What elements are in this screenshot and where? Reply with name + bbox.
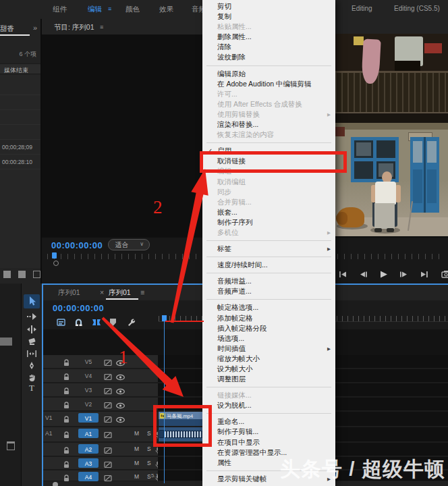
solo-button[interactable]: S [147,430,151,437]
scrollbar-thumb[interactable] [0,338,12,346]
project-list-item[interactable]: 00:00:28:10 [0,155,40,169]
sync-lock-icon[interactable] [104,429,113,437]
menu-item-设为帧大小[interactable]: 设为帧大小 [202,364,335,374]
workspace-tab-editing-cs55[interactable]: Editing (CS5.5) [394,5,440,12]
track-target-button[interactable]: V2 [78,399,99,408]
sync-lock-icon[interactable] [104,385,113,394]
program-timecode[interactable]: 00:00:00:00 [51,240,103,250]
menu-item-速度持续时间[interactable]: 速度/持续时间... [202,260,335,270]
solo-button[interactable]: S [147,473,151,480]
panel-collapse-icon[interactable]: » [33,24,37,32]
selection-tool-icon[interactable] [26,296,37,306]
list-view-icon[interactable] [3,271,11,278]
track-target-button[interactable]: V3 [78,385,99,394]
type-tool-icon[interactable]: T [26,383,37,394]
go-to-in-button[interactable] [339,269,348,279]
project-panel-tab[interactable]: 甜香 [0,24,30,34]
lock-icon[interactable] [63,445,72,453]
source-patch-label[interactable]: A1 [45,430,52,437]
slip-tool-icon[interactable] [26,348,37,359]
lock-icon[interactable] [63,429,72,437]
mute-button[interactable]: M [134,473,139,480]
pen-tool-icon[interactable] [26,360,37,371]
new-item-icon[interactable] [33,271,40,278]
menu-item-插入帧定格分段[interactable]: 插入帧定格分段 [202,323,335,333]
sync-lock-icon[interactable] [104,459,113,467]
go-to-out-button[interactable] [420,269,429,279]
menu-item-场选项[interactable]: 场选项... [202,333,335,344]
lock-icon[interactable] [63,459,72,467]
column-header-media-end[interactable]: 媒体结束 [0,63,40,74]
track-target-button[interactable]: A4 [78,472,99,481]
eye-toggle-icon[interactable] [116,414,125,422]
sync-lock-icon[interactable] [104,357,113,365]
program-monitor-tab[interactable]: 节目: 序列01 [54,23,94,32]
lock-icon[interactable] [63,473,72,481]
track-target-button[interactable]: A1 [78,429,99,438]
mute-button[interactable]: M [134,460,139,466]
menu-item-时间插值[interactable]: 时间插值▶ [202,344,335,354]
workspace-tab-editing[interactable]: 编辑 [88,5,102,14]
workspace-menu-icon[interactable]: ≡ [108,5,111,12]
lock-icon[interactable] [63,400,72,408]
menu-item-清除[interactable]: 清除 [202,42,335,52]
program-playhead[interactable] [52,252,57,259]
eye-toggle-icon[interactable] [116,385,125,394]
track-target-button[interactable]: A3 [78,458,99,468]
track-target-button[interactable]: V5 [78,356,99,366]
hand-tool-icon[interactable] [26,372,37,383]
track-target-button[interactable]: V4 [78,371,99,380]
menu-item-在AdobeAudition中编辑剪辑[interactable]: 在 Adobe Audition 中编辑剪辑 [202,79,335,89]
icon-view-icon[interactable] [18,271,26,278]
solo-button[interactable]: S [147,446,151,452]
menu-item-制作子剪辑[interactable]: 制作子剪辑... [202,427,335,437]
menu-item-在项目中显示[interactable]: 在项目中显示 [202,437,335,448]
menu-item-复制[interactable]: 复制 [202,11,335,22]
solo-button[interactable]: S [147,460,151,466]
menu-item-音频声道[interactable]: 音频声道... [202,286,335,296]
workspace-tab-color[interactable]: 颜色 [125,5,140,14]
project-list-item[interactable]: 00;00;28;09 [0,140,40,155]
menu-item-标签[interactable]: 标签▶ [202,244,335,254]
menu-item-设为脱机[interactable]: 设为脱机... [202,400,335,410]
sync-lock-icon[interactable] [104,414,113,422]
menu-item-制作子序列[interactable]: 制作子序列 [202,217,335,227]
menu-item-剪切[interactable]: 剪切 [202,1,335,11]
sync-lock-icon[interactable] [104,445,113,453]
sync-lock-icon[interactable] [104,400,113,408]
menu-item-添加帧定格[interactable]: 添加帧定格 [202,313,335,323]
source-patch-label[interactable]: V1 [45,414,52,421]
mute-button[interactable]: M [134,446,139,452]
lock-icon[interactable] [63,414,72,422]
menu-item-音频增益[interactable]: 音频增益... [202,276,335,286]
menu-item-缩放为帧大小[interactable]: 缩放为帧大小 [202,354,335,364]
trash-icon[interactable] [7,441,15,450]
menu-item-渲染和替换[interactable]: 渲染和替换... [202,119,335,130]
menu-item-帧定格选项[interactable]: 帧定格选项... [202,302,335,313]
eye-toggle-icon[interactable] [116,371,125,379]
menu-item-重命名[interactable]: 重命名... [202,416,335,427]
lock-icon[interactable] [63,385,72,394]
workspace-tab-editing-en[interactable]: Editing [352,5,372,12]
sync-lock-icon[interactable] [104,473,113,481]
menu-item-编辑原始[interactable]: 编辑原始 [202,69,335,79]
menu-item-嵌套[interactable]: 嵌套... [202,207,335,217]
sync-lock-icon[interactable] [104,371,113,379]
lock-icon[interactable] [63,357,72,365]
scrollbar-handle[interactable] [53,482,58,486]
track-target-button[interactable]: V1 [78,413,99,423]
step-back-button[interactable] [359,269,368,279]
eye-toggle-icon[interactable] [116,400,125,408]
menu-item-波纹删除[interactable]: 波纹删除 [202,52,335,62]
export-frame-icon[interactable] [441,269,448,279]
step-forward-button[interactable] [399,269,409,279]
menu-item-调整图层[interactable]: 调整图层 [202,374,335,384]
zoom-level-select[interactable]: 适合 ∨ [108,239,150,250]
track-target-button[interactable]: A2 [78,444,99,454]
menu-item-删除属性[interactable]: 删除属性... [202,32,335,42]
program-panel-menu-icon[interactable]: ≡ [100,24,103,30]
track-select-tool-icon[interactable] [26,311,37,322]
lock-icon[interactable] [63,371,72,379]
ripple-edit-tool-icon[interactable] [26,324,37,335]
workspace-tab-assembly[interactable]: 组件 [53,5,67,14]
